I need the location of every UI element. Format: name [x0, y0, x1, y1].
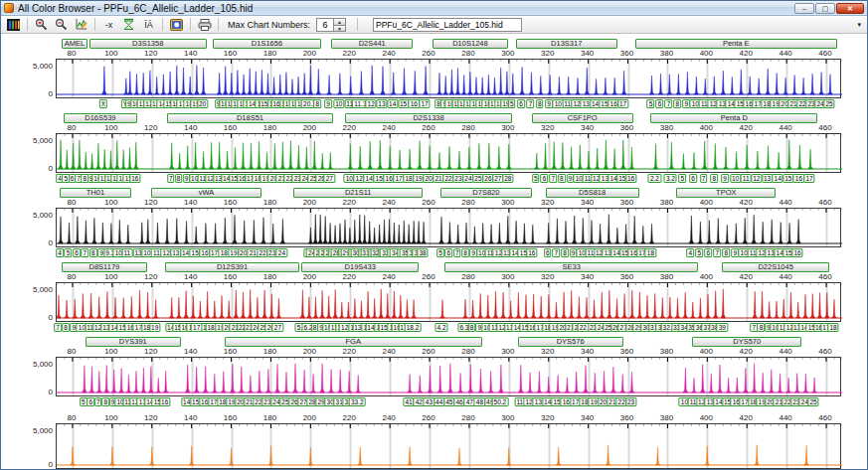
allele-label: 6	[689, 174, 697, 183]
chart-block-red: D8S1179D12S391D19S433SE33D22S10458010012…	[56, 262, 841, 334]
x-tick-label: 220	[343, 49, 356, 58]
marker-header-D16S539: D16S539	[64, 113, 137, 123]
allele-label: 50.2	[492, 397, 509, 406]
x-tick-label: 160	[224, 347, 237, 356]
charts-area: AMELD3S1358D1S1656D2S441D10S1248D13S317P…	[1, 34, 867, 470]
capture-icon[interactable]	[168, 17, 185, 32]
zoom-in-icon[interactable]	[33, 17, 50, 32]
allele-label-row: 5678910111213141516141516171819202122232…	[56, 396, 841, 408]
toolbar-overflow-icon[interactable]: ▾	[855, 21, 863, 29]
allele-label: 5	[647, 99, 655, 108]
spinner-down-icon[interactable]: ▼	[334, 25, 345, 31]
allele-label: 7	[54, 323, 62, 332]
close-button[interactable]: ✕	[836, 3, 864, 14]
print-icon[interactable]	[196, 17, 213, 32]
x-tick-label: 400	[700, 413, 713, 422]
x-tick-label: 360	[620, 49, 633, 58]
marker-header-Penta-E: Penta E	[635, 39, 837, 49]
y-axis-zero-label: 0	[49, 164, 53, 173]
x-tick-label: 460	[818, 347, 831, 356]
y-axis-max-label: 5,000	[33, 211, 53, 220]
chart-red[interactable]: 5,0000	[56, 282, 841, 322]
allele-label: 8	[561, 248, 569, 257]
y-axis-zero-label: 0	[49, 238, 53, 247]
allele-label: 6	[656, 99, 664, 108]
chart-orange[interactable]: 5,0000	[56, 423, 841, 469]
file-name-field[interactable]	[373, 18, 522, 32]
marker-header-D10S1248: D10S1248	[433, 39, 508, 49]
toolbar-separator	[357, 18, 358, 31]
x-tick-label: 220	[343, 272, 356, 281]
allele-label: 24	[276, 248, 287, 257]
allele-label: 23	[625, 397, 636, 406]
marker-header-D1S1656: D1S1656	[213, 39, 322, 49]
y-axis-zero-label: 0	[49, 460, 53, 469]
x-tick-label: 200	[303, 198, 316, 207]
x-tick-label: 220	[343, 198, 356, 207]
all-color-icon[interactable]	[5, 17, 22, 32]
x-tick-label: 300	[501, 198, 514, 207]
allele-label: 11	[121, 248, 132, 257]
x-tick-label: 260	[422, 198, 434, 207]
x-tick-label: 220	[343, 413, 356, 422]
chart-green[interactable]: 5,0000	[56, 133, 841, 173]
chart-magenta[interactable]: 5,0000	[56, 357, 841, 396]
allele-label: 12	[751, 174, 762, 183]
sigma-triangles-icon[interactable]	[120, 17, 137, 32]
minimize-button[interactable]: –	[794, 3, 814, 14]
marker-header-TH01: TH01	[60, 188, 131, 198]
x-tick-label: 440	[779, 413, 791, 422]
title-bar[interactable]: All Color Browser - PPFu_6C_Allelic_Ladd…	[1, 1, 867, 16]
chart-blue[interactable]: 5,0000	[56, 59, 841, 98]
marker-header-D3S1358: D3S1358	[89, 39, 207, 49]
allele-ia-icon[interactable]: ĪĀ	[140, 17, 157, 32]
x-tick-label: 100	[104, 272, 117, 281]
chart-black[interactable]: 5,0000	[56, 208, 841, 247]
allele-label: 38	[417, 248, 428, 257]
x-tick-label: 400	[700, 347, 713, 356]
allele-label: X	[99, 99, 107, 108]
x-tick-label: 200	[303, 123, 316, 132]
allele-label: 6	[544, 248, 552, 257]
allele-label: 2.2	[648, 174, 661, 183]
app-icon	[4, 3, 14, 13]
allele-label: 16	[793, 174, 804, 183]
allele-label: 17	[803, 174, 814, 183]
y-axis-max-label: 5,000	[33, 285, 53, 294]
marker-header-D13S317: D13S317	[516, 39, 617, 49]
x-tick-label: 320	[541, 49, 554, 58]
allele-label: 33.2	[349, 397, 366, 406]
x-tick-label: 100	[104, 123, 117, 132]
maximize-button[interactable]: ▢	[815, 3, 835, 14]
x-tick-label: 260	[422, 413, 434, 422]
marker-header-AMEL: AMEL	[62, 39, 87, 49]
zoom-out-icon[interactable]	[53, 17, 70, 32]
marker-header-D22S1045: D22S1045	[722, 262, 829, 272]
marker-header-D12S391: D12S391	[165, 262, 300, 272]
marker-header-Penta-D: Penta D	[650, 113, 817, 123]
marker-header-D19S433: D19S433	[301, 262, 419, 272]
x-tick-label: 300	[501, 413, 514, 422]
x-tick-label: 140	[184, 347, 197, 356]
axis-minus-x-icon[interactable]: -x	[100, 17, 117, 32]
x-tick-label: 240	[382, 123, 395, 132]
x-tick-label: 300	[501, 49, 514, 58]
max-chart-input[interactable]	[317, 19, 333, 31]
x-tick-label: 120	[144, 272, 157, 281]
allele-label: 7	[527, 99, 535, 108]
x-tick-label: 180	[263, 413, 276, 422]
x-tick-label: 100	[104, 49, 117, 58]
x-tick-label: 380	[660, 49, 673, 58]
allele-label: 5	[696, 248, 704, 257]
x-tick-label: 120	[144, 49, 157, 58]
allele-label: 6	[705, 248, 713, 257]
allele-label: 7	[82, 248, 89, 257]
marker-header-row: D8S1179D12S391D19S433SE33D22S1045	[56, 262, 841, 273]
x-tick-label: 440	[779, 49, 791, 58]
chart-block-magenta: DYS391FGADYS576DYS5708010012014016018020…	[56, 337, 841, 408]
x-tick-label: 200	[303, 347, 316, 356]
zoom-chart-edit-icon[interactable]	[73, 17, 89, 32]
allele-label: 4	[687, 248, 695, 257]
marker-header-D18S51: D18S51	[167, 113, 334, 123]
allele-label-row: 789101112131415161718191415161717.31818.…	[56, 322, 841, 334]
